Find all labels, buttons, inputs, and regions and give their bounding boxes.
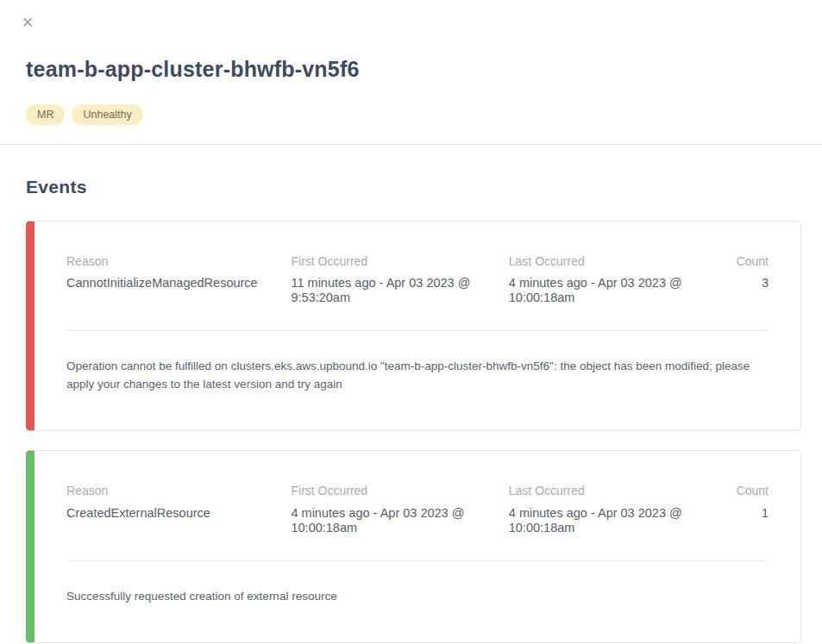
event-message: Successfully requested creation of exter… (66, 588, 769, 642)
event-table-header-row: Reason First Occurred Last Occurred Coun… (66, 485, 769, 505)
event-last-occurred: 4 minutes ago - Apr 03 2023 @ 10:00:18am (509, 276, 733, 305)
column-header-last-occurred: Last Occurred (509, 485, 733, 505)
event-message: Operation cannot be fulfilled on cluster… (66, 358, 769, 430)
badge-mr: MR (26, 104, 65, 125)
event-table-header-row: Reason First Occurred Last Occurred Coun… (66, 255, 769, 276)
event-last-occurred-text: 4 minutes ago - Apr 03 2023 @ 10:00:18am (509, 506, 710, 535)
header-divider (0, 144, 822, 145)
events-heading: Events (26, 177, 801, 197)
event-first-occurred-text: 11 minutes ago - Apr 03 2023 @ 9:53:20am (291, 276, 492, 305)
panel-header: ✕ team-b-app-cluster-bhwfb-vn5f6 MR Unhe… (0, 0, 822, 125)
column-header-last-occurred: Last Occurred (509, 255, 733, 276)
column-header-first-occurred: First Occurred (291, 485, 508, 505)
column-header-first-occurred: First Occurred (291, 255, 508, 276)
event-table: Reason First Occurred Last Occurred Coun… (66, 255, 769, 306)
badges-row: MR Unhealthy (26, 104, 796, 125)
event-first-occurred-text: 4 minutes ago - Apr 03 2023 @ 10:00:18am (291, 506, 492, 535)
event-count: 1 (733, 506, 769, 535)
event-reason: CreatedExternalResource (66, 506, 291, 535)
column-header-reason: Reason (66, 485, 291, 505)
event-row: CannotInitializeManagedResource 11 minut… (66, 276, 769, 305)
badge-health-status: Unhealthy (72, 104, 142, 125)
card-divider (66, 560, 769, 561)
event-reason: CannotInitializeManagedResource (66, 276, 291, 305)
event-table: Reason First Occurred Last Occurred Coun… (66, 485, 769, 535)
page-title: team-b-app-cluster-bhwfb-vn5f6 (26, 58, 796, 80)
event-last-occurred: 4 minutes ago - Apr 03 2023 @ 10:00:18am (509, 506, 733, 535)
column-header-count: Count (733, 485, 769, 505)
event-card-success: Reason First Occurred Last Occurred Coun… (26, 450, 801, 643)
event-first-occurred: 11 minutes ago - Apr 03 2023 @ 9:53:20am (291, 276, 508, 305)
card-divider (66, 330, 769, 331)
column-header-count: Count (733, 255, 769, 276)
event-row: CreatedExternalResource 4 minutes ago - … (66, 506, 769, 535)
close-icon[interactable]: ✕ (22, 16, 34, 30)
events-section: Events Reason First Occurred Last Occurr… (0, 177, 822, 643)
event-card-error: Reason First Occurred Last Occurred Coun… (26, 221, 801, 431)
column-header-reason: Reason (66, 255, 291, 276)
event-last-occurred-text: 4 minutes ago - Apr 03 2023 @ 10:00:18am (509, 276, 710, 305)
event-first-occurred: 4 minutes ago - Apr 03 2023 @ 10:00:18am (291, 506, 508, 535)
event-count: 3 (733, 276, 769, 305)
